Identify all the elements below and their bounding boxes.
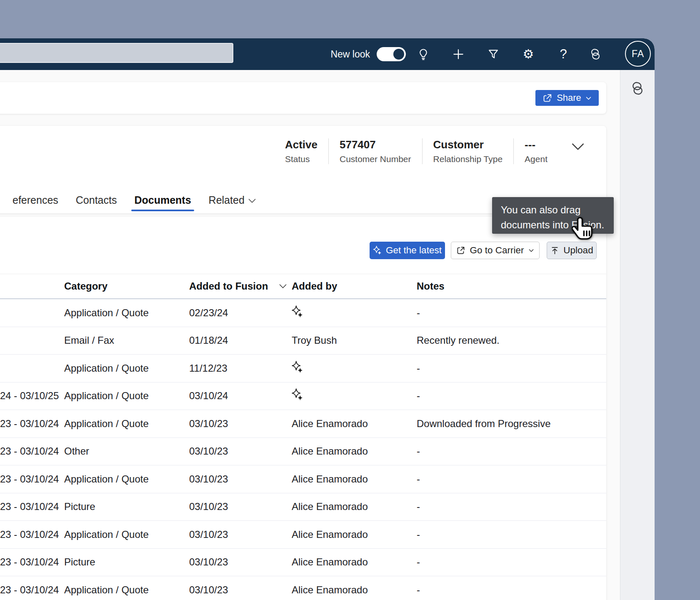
table-row[interactable]: Email / Fax01/18/24Troy BushRecently ren… [0,327,606,355]
column-header-label: Category [64,280,108,292]
cell-added-to-fusion: 11/12/23 [183,362,279,374]
tab-label: Related [209,194,245,206]
column-header-label: Added by [292,280,337,292]
global-search-input[interactable] [0,43,233,63]
table-body: Application / Quote02/23/24-Email / Fax0… [0,299,606,600]
cell-category: Application / Quote [56,307,183,319]
cell-added-by [279,388,406,404]
customer-summary-fields: ActiveStatus577407Customer NumberCustome… [274,138,558,164]
table-row[interactable]: 23 - 03/10/24Application / Quote03/10/23… [0,410,606,438]
cell-policy-range: 23 - 03/10/24 [0,445,56,457]
cell-added-to-fusion: 03/10/23 [183,473,279,485]
tab-related[interactable]: Related [209,187,256,213]
copilot-icon[interactable] [581,38,610,70]
customer-field-agent: ---Agent [513,138,558,164]
sparkle-icon [373,245,382,255]
share-button[interactable]: Share [535,90,599,106]
table-row[interactable]: Application / Quote11/12/23- [0,355,606,382]
cell-category: Picture [56,501,183,512]
cell-added-to-fusion: 02/23/24 [183,307,279,319]
cell-policy-range: 23 - 03/10/24 [0,556,56,568]
column-header-added_to_fusion[interactable]: Added to Fusion [183,280,279,292]
table-row[interactable]: Application / Quote02/23/24- [0,299,606,327]
cell-notes: - [406,501,606,512]
tab-preferences[interactable]: eferences [12,187,58,213]
field-value: Customer [433,138,503,151]
share-label: Share [557,92,581,103]
cell-added-by: Alice Enamorado [279,529,406,540]
copilot-sparkle-icon [292,388,303,404]
table-row[interactable]: 23 - 03/10/24Picture03/10/23Alice Enamor… [0,493,606,521]
add-icon[interactable] [441,38,476,70]
field-value: 577407 [340,138,411,151]
upload-icon [550,246,560,255]
field-label: Status [285,154,318,164]
chevron-down-icon [528,247,535,254]
table-row[interactable]: 23 - 03/10/24Application / Quote03/10/23… [0,521,606,549]
cell-added-by [279,305,406,321]
cell-category: Application / Quote [56,529,183,540]
cell-added-to-fusion: 03/10/23 [183,529,279,540]
cell-added-to-fusion: 03/10/23 [183,584,279,596]
cell-notes: Downloaded from Progressive [406,418,606,430]
cell-added-to-fusion: 03/10/24 [183,390,279,402]
tab-contacts[interactable]: Contacts [76,187,117,213]
new-look-toggle[interactable] [377,47,406,61]
cell-added-by: Alice Enamorado [279,556,406,568]
column-header-added_by: Added by [279,280,406,292]
column-header-label: Notes [417,280,445,292]
cell-notes: - [406,390,606,402]
go-to-carrier-label: Go to Carrier [470,245,524,256]
help-icon[interactable]: ? [546,38,581,70]
settings-gear-icon[interactable]: ⚙ [511,38,546,70]
tab-documents[interactable]: Documents [134,187,191,213]
tooltip-line-1: You can also drag [501,202,614,218]
entity-tabs: eferencesContactsDocumentsRelated [0,187,256,213]
lightbulb-icon[interactable] [406,38,441,70]
cell-added-by: Alice Enamorado [279,501,406,512]
column-header-notes: Notes [406,280,606,292]
cell-category: Email / Fax [56,335,183,346]
toggle-knob [393,49,404,60]
copilot-sparkle-icon [292,360,303,376]
cell-added-by: Alice Enamorado [279,445,406,457]
tab-label: Contacts [76,194,117,206]
cell-category: Other [56,445,183,457]
cell-added-by: Troy Bush [279,335,406,346]
user-avatar[interactable]: FA [625,41,651,67]
screen: { "colors": { "accent_blue": "#2c63c9", … [0,0,700,600]
cell-notes: - [406,473,606,485]
upload-label: Upload [563,245,593,256]
table-row[interactable]: 23 - 03/10/24Application / Quote03/10/23… [0,465,606,493]
top-navigation-bar: New look ⚙ [0,38,655,70]
table-row[interactable]: 23 - 03/10/24Application / Quote03/10/23… [0,576,606,600]
cell-policy-range: 23 - 03/10/24 [0,584,56,596]
copilot-panel-icon[interactable] [630,80,645,600]
get-the-latest-button[interactable]: Get the latest [370,242,445,259]
go-to-carrier-button[interactable]: Go to Carrier [451,242,540,259]
column-header-category: Category [56,280,183,292]
external-link-icon [456,245,466,255]
cell-notes: - [406,307,606,319]
tab-label: Documents [134,194,191,206]
table-row[interactable]: 23 - 03/10/24Other03/10/23Alice Enamorad… [0,438,606,466]
right-side-rail [620,70,655,600]
table-row[interactable]: 23 - 03/10/24Picture03/10/23Alice Enamor… [0,549,606,577]
filter-icon[interactable] [476,38,511,70]
cell-policy-range: 24 - 03/10/25 [0,390,56,402]
cell-notes: - [406,529,606,540]
cell-added-to-fusion: 03/10/23 [183,556,279,568]
navbar-actions: New look ⚙ [330,38,610,70]
field-value: Active [285,138,318,151]
customer-field-relationship-type: CustomerRelationship Type [422,138,514,164]
upload-button[interactable]: Upload [547,242,597,259]
cell-added-by: Alice Enamorado [279,473,406,485]
field-label: Agent [525,154,548,164]
expand-details-chevron-icon[interactable] [571,142,585,153]
avatar-initials: FA [632,48,644,60]
table-row[interactable]: 24 - 03/10/25Application / Quote03/10/24… [0,382,606,410]
cell-notes: - [406,584,606,596]
field-value: --- [525,138,548,151]
cell-category: Application / Quote [56,390,183,402]
toolbar-card [0,82,606,114]
